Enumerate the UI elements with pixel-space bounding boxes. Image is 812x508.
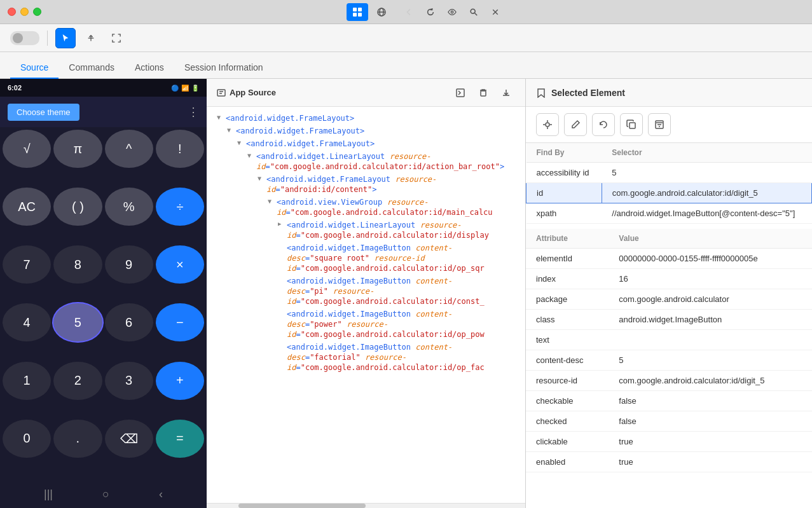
nav-recents-icon[interactable]: ‹ — [159, 488, 163, 501]
find-by-row-accessibility[interactable]: accessibility id 5 — [526, 163, 812, 183]
tree-node-6[interactable]: ▼ <android.view.ViewGroup resource- id =… — [207, 196, 525, 219]
attr-row-class[interactable]: classandroid.widget.ImageButton — [526, 310, 812, 330]
tree-node-1[interactable]: ▼ <android.widget.FrameLayout> — [207, 112, 525, 125]
tag-11: <android.widget.ImageButton — [287, 343, 415, 352]
calc-btn-5[interactable]: 5 — [53, 303, 102, 341]
tree-node-11[interactable]: <android.widget.ImageButton content- des… — [207, 341, 525, 374]
attr-row-package[interactable]: packagecom.google.android.calculator — [526, 289, 812, 310]
attr-row-checkable[interactable]: checkablefalse — [526, 391, 812, 411]
locate-action-button[interactable] — [536, 113, 559, 136]
calc-btn-decimal[interactable]: . — [53, 420, 102, 458]
calc-btn-divide[interactable]: ÷ — [156, 188, 204, 226]
swipe-tool-button[interactable] — [81, 28, 101, 48]
calc-btn-ac[interactable]: AC — [3, 188, 51, 226]
find-by-row-xpath[interactable]: xpath //android.widget.ImageButton[@cont… — [526, 203, 812, 224]
choose-theme-button[interactable]: Choose theme — [8, 104, 79, 121]
status-icon-1: 🔵 — [171, 85, 179, 92]
arrow-5: ▼ — [258, 175, 266, 182]
calc-btn-paren[interactable]: ( ) — [53, 188, 102, 226]
tree-node-8[interactable]: <android.widget.ImageButton content- des… — [207, 242, 525, 275]
attr-row-index[interactable]: index16 — [526, 269, 812, 289]
attr-value-resource-id: com.google.android.calculator:id/digit_5 — [609, 371, 812, 391]
app-bar-menu-icon[interactable]: ⋮ — [188, 105, 199, 119]
source-scrollbar[interactable] — [207, 503, 525, 508]
minimize-window-button[interactable] — [20, 8, 29, 16]
calc-btn-zero[interactable]: 0 — [3, 420, 51, 458]
attr-val-4: "com.google.android.calculator:id/action… — [270, 162, 500, 171]
refresh-button[interactable] — [422, 3, 439, 21]
attr-row-clickable[interactable]: clickabletrue — [526, 432, 812, 452]
svg-rect-16 — [481, 91, 486, 96]
globe-tab-button[interactable] — [371, 3, 392, 21]
fullscreen-tool-button[interactable] — [106, 28, 127, 48]
tree-node-4[interactable]: ▼ <android.widget.LinearLayout resource-… — [207, 150, 525, 173]
trash-action-button[interactable] — [474, 84, 492, 102]
arrow-3: ▼ — [237, 139, 246, 146]
tree-node-2[interactable]: ▼ <android.widget.FrameLayout> — [207, 125, 525, 137]
source-tree[interactable]: ▼ <android.widget.FrameLayout> ▼ <androi… — [207, 107, 525, 503]
download-action-button[interactable] — [497, 84, 515, 102]
tab-source[interactable]: Source — [10, 57, 58, 79]
attr-row-elementId[interactable]: elementId00000000-0000-0155-ffff-ffff000… — [526, 249, 812, 269]
tree-node-7[interactable]: ▶ <android.widget.LinearLayout resource-… — [207, 219, 525, 242]
toggle-switch[interactable] — [10, 31, 39, 45]
calc-btn-3[interactable]: 3 — [105, 362, 153, 400]
tree-node-10[interactable]: <android.widget.ImageButton content- des… — [207, 308, 525, 341]
calc-btn-multiply[interactable]: × — [156, 245, 204, 284]
attr-row-resource-id[interactable]: resource-idcom.google.android.calculator… — [526, 371, 812, 391]
back-button[interactable] — [400, 3, 418, 21]
app-bar: Choose theme ⋮ — [0, 97, 207, 127]
calc-btn-6[interactable]: 6 — [105, 303, 153, 341]
edit-action-button[interactable] — [564, 113, 587, 136]
attr-value-index: 16 — [609, 269, 812, 289]
calc-btn-equals[interactable]: = — [156, 420, 204, 458]
copy-action-button[interactable] — [620, 113, 643, 136]
calc-btn-percent[interactable]: % — [105, 188, 153, 226]
search-button[interactable] — [465, 3, 483, 21]
calc-row-special: √ π ^ ! — [3, 130, 204, 185]
attr-val-11a: "factorial" — [310, 353, 365, 362]
filter-action-button[interactable] — [648, 113, 671, 136]
find-by-header: Find By — [526, 143, 602, 163]
close-tab-button[interactable] — [486, 3, 504, 21]
attr-name-elementId: elementId — [526, 249, 609, 269]
calc-btn-1[interactable]: 1 — [3, 362, 51, 400]
nav-home-icon[interactable]: ||| — [44, 488, 53, 501]
calc-btn-subtract[interactable]: − — [156, 303, 204, 341]
attr-row-text[interactable]: text — [526, 330, 812, 350]
svg-rect-1 — [358, 8, 362, 11]
calc-btn-1[interactable]: π — [53, 130, 102, 168]
tab-commands[interactable]: Commands — [58, 57, 125, 79]
find-by-row-id[interactable]: id com.google.android.calculator:id/digi… — [526, 183, 812, 203]
tab-actions[interactable]: Actions — [125, 57, 174, 79]
tree-node-5[interactable]: ▼ <android.widget.FrameLayout resource- … — [207, 173, 525, 196]
tab-session-info[interactable]: Session Information — [174, 57, 273, 79]
grid-tab-button[interactable] — [347, 3, 368, 21]
calc-btn-add[interactable]: + — [156, 362, 204, 400]
tree-node-3[interactable]: ▼ <android.widget.FrameLayout> — [207, 137, 525, 150]
calc-btn-4[interactable]: 4 — [3, 303, 51, 341]
maximize-window-button[interactable] — [33, 8, 41, 16]
attr-row-enabled[interactable]: enabledtrue — [526, 452, 812, 472]
toolbar-separator — [47, 31, 48, 46]
eye-button[interactable] — [443, 3, 461, 21]
expand-action-button[interactable] — [451, 84, 469, 102]
calc-btn-7[interactable]: 7 — [3, 245, 51, 284]
nav-back-icon[interactable]: ○ — [102, 488, 109, 501]
calc-btn-8[interactable]: 8 — [53, 245, 102, 284]
close-window-button[interactable] — [8, 8, 16, 16]
calc-btn-9[interactable]: 9 — [105, 245, 153, 284]
attr-row-checked[interactable]: checkedfalse — [526, 411, 812, 432]
undo-action-button[interactable] — [592, 113, 615, 136]
source-panel: App Source — [207, 79, 526, 508]
tree-node-9[interactable]: <android.widget.ImageButton content- des… — [207, 275, 525, 308]
select-tool-button[interactable] — [55, 28, 76, 48]
attr-name-8b: desc — [287, 254, 305, 263]
selected-panel-content[interactable]: Find By Selector accessibility id 5 id c… — [526, 143, 812, 508]
calc-btn-2[interactable]: ^ — [105, 130, 153, 168]
calc-btn-3[interactable]: ! — [156, 130, 204, 168]
attr-row-content-desc[interactable]: content-desc5 — [526, 350, 812, 371]
calc-btn-delete[interactable]: ⌫ — [105, 420, 153, 458]
calc-btn-2[interactable]: 2 — [53, 362, 102, 400]
calc-btn-0[interactable]: √ — [3, 130, 51, 168]
